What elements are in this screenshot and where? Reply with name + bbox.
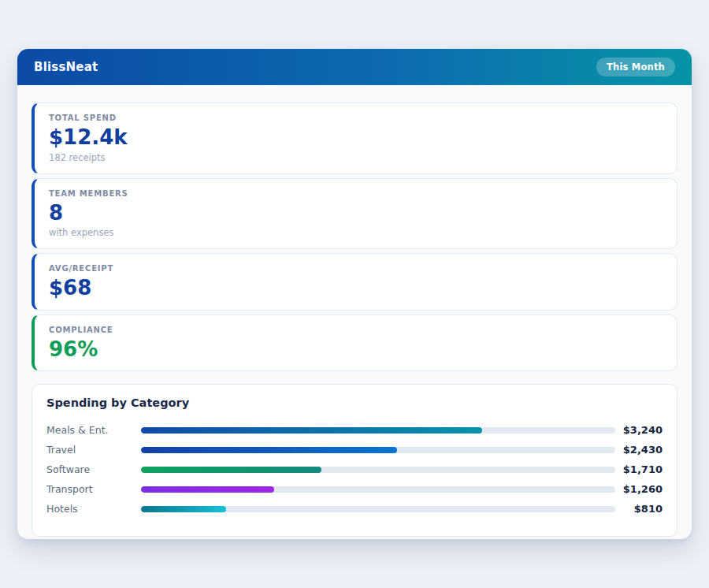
dashboard-content: TOTAL SPEND $12.4k 182 receipts TEAM MEM… <box>17 85 692 539</box>
chart-row-travel: Travel $2,430 <box>46 440 663 460</box>
dashboard-panel: BlissNeat This Month TOTAL SPEND $12.4k … <box>17 49 692 539</box>
stat-label: TEAM MEMBERS <box>49 189 663 198</box>
category-value: $1,710 <box>615 463 663 475</box>
stat-card-team-members: TEAM MEMBERS 8 with expenses <box>32 178 677 250</box>
bar-fill-hotels <box>141 506 226 512</box>
spending-by-category-chart: Spending by Category Meals & Ent. $3,240… <box>32 384 677 537</box>
category-value: $1,260 <box>615 483 663 495</box>
stat-subtext: with expenses <box>49 227 663 238</box>
period-badge[interactable]: This Month <box>596 58 675 76</box>
category-value: $2,430 <box>615 444 663 456</box>
bar-fill-software <box>141 467 321 473</box>
stat-value: $12.4k <box>49 126 663 149</box>
category-value: $3,240 <box>615 424 663 436</box>
category-label: Hotels <box>46 503 141 515</box>
stat-label: AVG/RECEIPT <box>49 264 663 273</box>
app-header: BlissNeat This Month <box>17 49 692 85</box>
chart-row-transport: Transport $1,260 <box>46 479 663 499</box>
stat-label: COMPLIANCE <box>49 326 663 334</box>
chart-row-software: Software $1,710 <box>46 460 663 479</box>
stat-value: $68 <box>49 277 663 300</box>
category-label: Travel <box>46 444 141 456</box>
stat-value: 96% <box>49 338 663 361</box>
bar-track <box>141 486 615 493</box>
stat-card-compliance: COMPLIANCE 96% <box>32 314 677 372</box>
stat-label: TOTAL SPEND <box>49 114 663 122</box>
bar-fill-transport <box>141 486 274 493</box>
category-label: Meals & Ent. <box>46 424 141 436</box>
stat-card-avg-receipt: AVG/RECEIPT $68 <box>32 253 677 311</box>
bar-track <box>141 447 615 453</box>
chart-title: Spending by Category <box>46 396 663 409</box>
bar-fill-travel <box>141 447 397 453</box>
app-brand: BlissNeat <box>34 60 98 74</box>
chart-row-hotels: Hotels $810 <box>46 499 663 519</box>
stat-value: 8 <box>49 202 663 225</box>
chart-row-meals: Meals & Ent. $3,240 <box>46 420 663 440</box>
bar-fill-meals <box>141 427 482 434</box>
category-label: Software <box>46 463 141 475</box>
bar-track <box>141 506 615 512</box>
bar-track <box>141 467 615 473</box>
stat-subtext: 182 receipts <box>49 152 663 163</box>
category-label: Transport <box>46 483 141 495</box>
category-value: $810 <box>615 503 663 515</box>
stat-card-total-spend: TOTAL SPEND $12.4k 182 receipts <box>32 102 677 174</box>
bar-track <box>141 427 615 434</box>
